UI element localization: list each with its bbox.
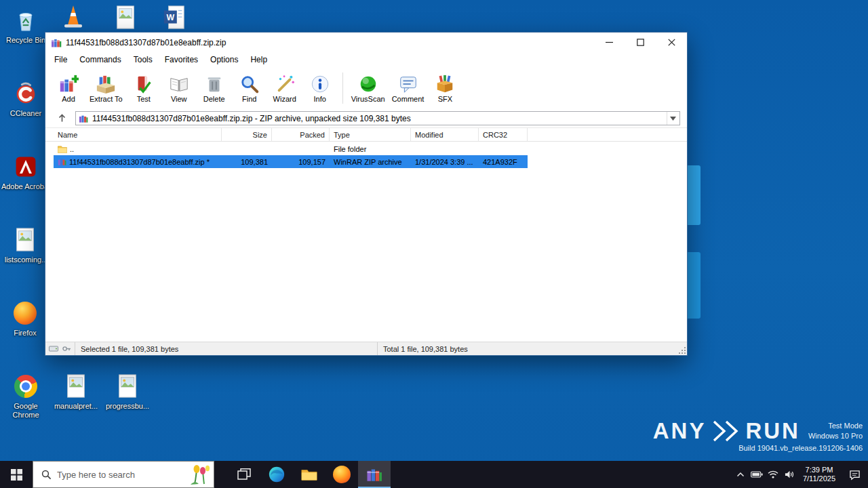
- taskbar-winrar-button[interactable]: [358, 461, 391, 488]
- desktop-icon-manualpret[interactable]: manualpret...: [51, 373, 101, 411]
- address-dropdown-button[interactable]: [667, 112, 678, 125]
- status-selected-text: Selected 1 file, 109,381 bytes: [75, 342, 378, 355]
- tray-chevron-up-icon[interactable]: [732, 461, 749, 488]
- task-view-icon: [237, 468, 251, 481]
- window-title: 11f44531fb088d31307d87b01e8eabff.zip.zip: [66, 38, 226, 47]
- desktop-icon-listscoming[interactable]: listscoming..: [0, 226, 50, 264]
- menu-options[interactable]: Options: [204, 53, 244, 66]
- column-header-filler: [528, 128, 687, 141]
- image-file-icon: [62, 373, 90, 400]
- cell-packed: [272, 142, 330, 155]
- desktop-icon-recycle-bin[interactable]: Recycle Bin: [1, 7, 51, 45]
- tray-network-icon[interactable]: [765, 461, 781, 488]
- column-header-size[interactable]: Size: [222, 128, 272, 141]
- toolbar-add-button[interactable]: Add: [51, 73, 86, 104]
- firefox-icon: [12, 300, 39, 327]
- taskbar-search[interactable]: [33, 461, 214, 488]
- task-view-button[interactable]: [228, 461, 260, 488]
- desktop-icon-ccleaner[interactable]: CCleaner: [1, 80, 51, 118]
- tray-battery-icon[interactable]: [749, 461, 765, 488]
- column-header-modified[interactable]: Modified: [411, 128, 479, 141]
- key-icon: [62, 345, 71, 352]
- toolbar-find-button[interactable]: Find: [232, 73, 267, 104]
- anyrun-logo-icon: [711, 420, 740, 443]
- taskbar-clock[interactable]: 7:39 PM 7/11/2025: [797, 466, 841, 483]
- image-file-icon: [112, 4, 139, 31]
- resize-grip[interactable]: [678, 346, 686, 354]
- list-row-parent-folder[interactable]: .. File folder: [54, 142, 528, 155]
- status-total-text: Total 1 file, 109,381 bytes: [378, 342, 687, 355]
- desktop-icon-label: Google Chrome: [1, 402, 51, 420]
- toolbar-comment-button[interactable]: Comment: [389, 73, 428, 104]
- desktop-icon-adobe-acrobat[interactable]: Adobe Acrobat: [1, 153, 51, 191]
- drive-icon: [49, 345, 58, 352]
- search-input[interactable]: [57, 470, 182, 480]
- close-button[interactable]: [656, 33, 687, 52]
- delete-icon: [204, 74, 224, 94]
- toolbar-extract-to-button[interactable]: Extract To: [86, 73, 126, 104]
- title-bar[interactable]: 11f44531fb088d31307d87b01e8eabff.zip.zip: [45, 33, 687, 52]
- toolbar-info-button[interactable]: Info: [302, 73, 338, 104]
- winrar-app-icon: [51, 37, 62, 48]
- toolbar-test-button[interactable]: Test: [126, 73, 161, 104]
- menu-tools[interactable]: Tools: [127, 53, 159, 66]
- search-icon: [41, 470, 52, 480]
- cell-size: 109,381: [222, 155, 272, 168]
- desktop-icon-image-file[interactable]: [109, 4, 142, 31]
- test-icon: [134, 74, 154, 94]
- cell-name: ..: [70, 145, 74, 153]
- taskbar-explorer-button[interactable]: [293, 461, 326, 488]
- desktop-icon-label: progressbu...: [106, 402, 149, 411]
- address-combo[interactable]: 11f44531fb088d31307d87b01e8eabff.zip.zip…: [75, 111, 680, 125]
- taskbar-firefox-button[interactable]: [326, 461, 358, 488]
- column-header-name[interactable]: Name: [54, 128, 222, 141]
- image-file-icon: [114, 373, 141, 400]
- desktop-icon-label: CCleaner: [10, 109, 41, 118]
- view-icon: [169, 74, 189, 94]
- menu-help[interactable]: Help: [244, 53, 273, 66]
- watermark-mode: Test Mode: [828, 421, 863, 431]
- toolbar-delete-button[interactable]: Delete: [197, 73, 232, 104]
- extract-to-icon: [96, 74, 116, 94]
- file-explorer-icon: [300, 466, 318, 483]
- info-icon: [310, 74, 330, 94]
- cell-type: File folder: [330, 142, 411, 155]
- svg-text:W: W: [166, 13, 174, 22]
- cell-modified: 1/31/2024 3:39 ...: [411, 155, 479, 168]
- anyrun-brand-right: RUN: [745, 419, 800, 443]
- action-center-button[interactable]: [841, 469, 868, 481]
- desktop-icon-vlc[interactable]: [57, 3, 90, 30]
- toolbar-view-button[interactable]: View: [161, 73, 197, 104]
- watermark-os: Windows 10 Pro: [808, 431, 863, 441]
- column-header-packed[interactable]: Packed: [272, 128, 330, 141]
- column-header-type[interactable]: Type: [330, 128, 411, 141]
- clock-date: 7/11/2025: [803, 474, 835, 483]
- toolbar-sfx-button[interactable]: SFX: [427, 73, 462, 104]
- desktop-icon-word-doc[interactable]: W: [158, 4, 191, 31]
- toolbar-virusscan-button[interactable]: VirusScan: [348, 73, 389, 104]
- up-one-level-button[interactable]: [54, 112, 70, 125]
- wizard-icon: [275, 74, 295, 94]
- tray-volume-icon[interactable]: [781, 461, 797, 488]
- desktop-icon-progressbu[interactable]: progressbu...: [102, 373, 153, 411]
- maximize-button[interactable]: [625, 33, 656, 52]
- cell-type: WinRAR ZIP archive: [330, 155, 411, 168]
- recycle-bin-icon: [12, 7, 39, 34]
- menu-file[interactable]: File: [48, 53, 73, 66]
- menu-commands[interactable]: Commands: [73, 53, 127, 66]
- taskbar-edge-button[interactable]: [260, 461, 293, 488]
- archive-icon: [79, 114, 88, 123]
- word-document-icon: W: [161, 4, 188, 31]
- menu-favorites[interactable]: Favorites: [159, 53, 204, 66]
- list-row-archive-selected[interactable]: 11f44531fb088d31307d87b01e8eabff.zip * 1…: [54, 155, 528, 168]
- start-button[interactable]: [0, 461, 33, 488]
- toolbar-wizard-button[interactable]: Wizard: [267, 73, 302, 104]
- minimize-button[interactable]: [593, 33, 625, 52]
- desktop-icon-firefox[interactable]: Firefox: [0, 300, 50, 338]
- search-highlights-icon[interactable]: [188, 463, 212, 486]
- menu-bar: File Commands Tools Favorites Options He…: [45, 52, 687, 67]
- cell-modified: [411, 142, 479, 155]
- column-header-crc32[interactable]: CRC32: [479, 128, 528, 141]
- virusscan-icon: [358, 74, 378, 94]
- desktop-icon-google-chrome[interactable]: Google Chrome: [1, 373, 51, 420]
